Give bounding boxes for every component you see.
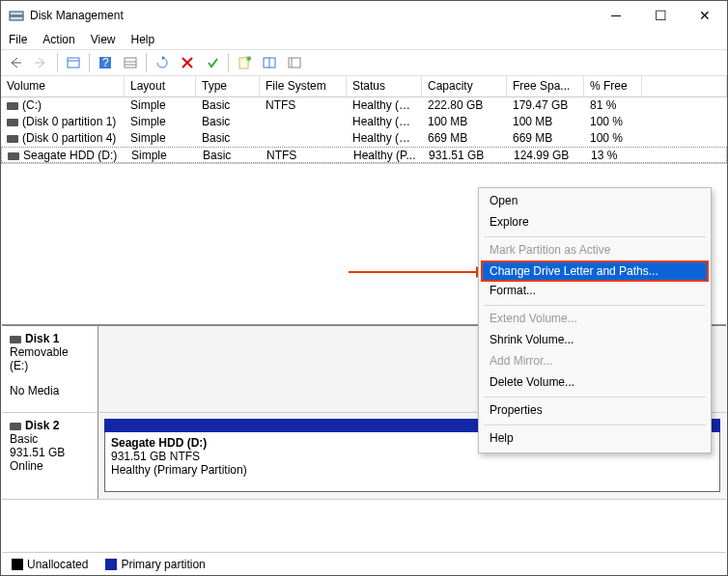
menu-action[interactable]: Action (42, 33, 74, 46)
maximize-button[interactable]: ☐ (638, 1, 683, 30)
grid-header: Volume Layout Type File System Status Ca… (1, 76, 727, 97)
menu-help[interactable]: Help (131, 33, 155, 46)
list-button[interactable] (283, 52, 306, 73)
disk-removable: Removable (E:) (10, 345, 90, 372)
svg-text:✶: ✶ (244, 56, 251, 66)
ctx-shrink-volume[interactable]: Shrink Volume... (482, 330, 708, 351)
menu-view[interactable]: View (91, 33, 116, 46)
disk-icon (10, 423, 21, 430)
app-icon (9, 8, 24, 23)
legend-primary-swatch (105, 559, 117, 570)
disk-nomedia: No Media (10, 384, 90, 398)
svg-rect-2 (68, 58, 79, 68)
col-capacity[interactable]: Capacity (422, 76, 507, 96)
help-button[interactable]: ? (94, 52, 117, 73)
ctx-delete-volume[interactable]: Delete Volume... (482, 372, 708, 394)
disk-icon (7, 102, 18, 110)
refresh-button[interactable] (151, 52, 174, 73)
delete-button[interactable] (176, 52, 199, 73)
volume-grid: Volume Layout Type File System Status Ca… (1, 76, 727, 164)
window-title: Disk Management (30, 9, 594, 22)
ctx-help[interactable]: Help (482, 428, 708, 450)
legend: Unallocated Primary partition (2, 552, 726, 575)
col-type[interactable]: Type (196, 76, 260, 96)
nav-forward-button[interactable] (30, 52, 53, 73)
ctx-change-drive-letter[interactable]: Change Drive Letter and Paths... (481, 261, 709, 282)
properties-button[interactable] (119, 52, 142, 73)
svg-rect-6 (125, 58, 136, 68)
col-status[interactable]: Status (347, 76, 422, 96)
disk-kind: Basic (10, 432, 90, 446)
disk-size: 931.51 GB (10, 446, 90, 459)
ctx-extend-volume: Extend Volume... (482, 309, 708, 330)
col-filesystem[interactable]: File System (260, 76, 347, 96)
volume-row[interactable]: Seagate HDD (D:) SimpleBasic NTFSHealthy… (1, 147, 727, 163)
col-freespace[interactable]: Free Spa... (507, 76, 584, 96)
disk-name: Disk 2 (25, 419, 59, 432)
svg-text:?: ? (102, 56, 109, 69)
titlebar: Disk Management ─ ☐ ✕ (1, 1, 727, 30)
ctx-open[interactable]: Open (482, 191, 708, 212)
close-button[interactable]: ✕ (683, 1, 727, 30)
legend-primary-label: Primary partition (121, 558, 205, 571)
disk-state: Online (10, 459, 90, 473)
toolbar: ? ✶ (1, 49, 727, 76)
volume-row[interactable]: (Disk 0 partition 4) SimpleBasic Healthy… (1, 130, 727, 147)
menu-file[interactable]: File (9, 33, 27, 46)
ctx-explore[interactable]: Explore (482, 212, 708, 233)
disk-icon (8, 152, 19, 160)
svg-rect-1 (10, 16, 23, 20)
disk-icon (7, 135, 18, 143)
nav-back-button[interactable] (5, 52, 28, 73)
disk-icon (7, 119, 18, 126)
settings-button[interactable] (258, 52, 281, 73)
ctx-mark-active: Mark Partition as Active (482, 240, 708, 261)
svg-rect-0 (10, 12, 23, 15)
legend-unallocated-label: Unallocated (27, 558, 88, 571)
partition-status: Healthy (Primary Partition) (111, 463, 714, 477)
menubar: File Action View Help (1, 30, 727, 49)
show-hide-button[interactable] (62, 52, 85, 73)
new-button[interactable]: ✶ (233, 52, 256, 73)
col-pctfree[interactable]: % Free (584, 76, 642, 96)
ctx-properties[interactable]: Properties (482, 400, 708, 422)
ctx-add-mirror: Add Mirror... (482, 351, 708, 372)
annotation-arrow (349, 271, 484, 273)
minimize-button[interactable]: ─ (594, 1, 638, 30)
svg-rect-13 (289, 58, 300, 68)
col-layout[interactable]: Layout (125, 76, 196, 96)
col-volume[interactable]: Volume (1, 76, 125, 96)
volume-row[interactable]: (C:) SimpleBasic NTFSHealthy (B... 222.8… (1, 97, 727, 114)
ctx-format[interactable]: Format... (482, 281, 708, 302)
apply-button[interactable] (201, 52, 224, 73)
context-menu: Open Explore Mark Partition as Active Ch… (478, 187, 712, 453)
disk-name: Disk 1 (25, 332, 59, 345)
legend-unallocated-swatch (12, 559, 23, 570)
volume-row[interactable]: (Disk 0 partition 1) SimpleBasic Healthy… (1, 114, 727, 130)
disk-icon (10, 336, 21, 343)
